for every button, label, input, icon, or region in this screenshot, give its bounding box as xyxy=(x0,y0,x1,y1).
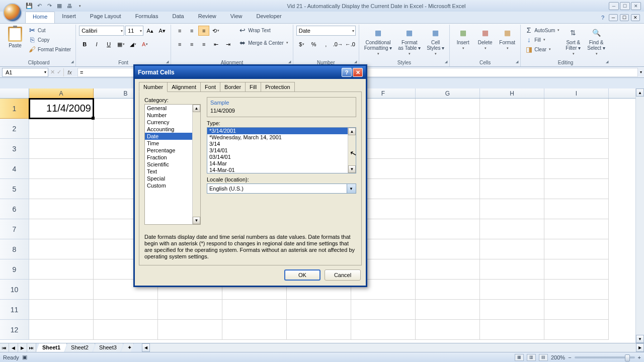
decrease-decimal-button[interactable]: ←.0 xyxy=(345,39,356,49)
cell[interactable] xyxy=(416,199,480,219)
cell[interactable] xyxy=(544,159,609,179)
align-center-button[interactable]: ≡ xyxy=(186,39,197,49)
insert-cells-button[interactable]: ▦Insert xyxy=(453,26,473,51)
zoom-out-button[interactable]: − xyxy=(568,354,571,360)
ribbon-minimize-button[interactable]: ─ xyxy=(609,14,618,21)
zoom-in-button[interactable]: + xyxy=(638,354,641,360)
help-icon[interactable]: ? xyxy=(599,14,607,22)
close-button[interactable]: ✕ xyxy=(631,2,641,10)
undo-icon[interactable]: ↶ xyxy=(35,2,43,10)
name-box[interactable]: A1 xyxy=(2,68,48,77)
qat-customize-icon[interactable] xyxy=(75,2,84,10)
type-item[interactable]: 3/14/01 xyxy=(207,147,356,154)
type-scroll-down-icon[interactable]: ▼ xyxy=(348,165,356,173)
cell[interactable] xyxy=(480,219,544,239)
tab-formulas[interactable]: Formulas xyxy=(128,12,166,23)
tab-page-layout[interactable]: Page Layout xyxy=(83,12,128,23)
align-bottom-button[interactable]: ≡ xyxy=(198,26,209,36)
cell[interactable] xyxy=(480,239,544,259)
zoom-level[interactable]: 200% xyxy=(551,354,565,360)
cell[interactable] xyxy=(287,320,351,340)
tab-review[interactable]: Review xyxy=(191,12,223,23)
number-format-combo[interactable]: Date xyxy=(296,26,356,36)
cell[interactable] xyxy=(29,300,94,320)
percent-button[interactable]: % xyxy=(308,39,319,49)
cell[interactable] xyxy=(480,300,544,320)
bold-button[interactable]: B xyxy=(79,39,90,49)
scroll-down-icon[interactable]: ▼ xyxy=(636,335,644,343)
row-header-1[interactable]: 1 xyxy=(0,99,29,119)
row-header-8[interactable]: 8 xyxy=(0,239,29,259)
orientation-button[interactable]: ⟲ xyxy=(210,26,221,36)
row-header-12[interactable]: 12 xyxy=(0,320,29,340)
cell[interactable] xyxy=(158,320,222,340)
category-scroll-down-icon[interactable]: ▼ xyxy=(193,217,200,224)
scroll-left-icon[interactable]: ◀ xyxy=(142,343,150,352)
tab-data[interactable]: Data xyxy=(165,12,191,23)
cell[interactable] xyxy=(351,300,416,320)
cell[interactable] xyxy=(544,320,609,340)
cell[interactable] xyxy=(544,119,609,139)
new-sheet-button[interactable]: ✦ xyxy=(121,343,134,352)
align-right-button[interactable]: ≡ xyxy=(198,39,209,49)
cell[interactable] xyxy=(480,119,544,139)
dialog-title-bar[interactable]: Format Cells ? ✕ xyxy=(135,66,366,79)
ribbon-restore-button[interactable]: ☐ xyxy=(620,14,629,21)
cell[interactable] xyxy=(94,320,158,340)
cell[interactable] xyxy=(480,159,544,179)
cell[interactable] xyxy=(29,159,94,179)
tab-developer[interactable]: Developer xyxy=(249,12,288,23)
cell[interactable] xyxy=(29,119,94,139)
wrap-text-button[interactable]: ↩Wrap Text xyxy=(237,26,290,35)
enter-formula-icon[interactable]: ✓ xyxy=(57,69,61,75)
expand-formula-bar-icon[interactable]: ▾ xyxy=(640,70,642,74)
column-header-h[interactable]: H xyxy=(480,88,544,98)
border-button[interactable]: ▦ xyxy=(115,39,126,49)
align-left-button[interactable]: ≡ xyxy=(174,39,185,49)
cell[interactable] xyxy=(480,320,544,340)
category-list[interactable]: GeneralNumberCurrencyAccountingDateTimeP… xyxy=(144,104,201,225)
cancel-formula-icon[interactable]: ✕ xyxy=(50,69,55,75)
cell[interactable] xyxy=(29,239,94,259)
type-item[interactable]: 14-Mar xyxy=(207,160,356,167)
tab-view[interactable]: View xyxy=(223,12,250,23)
cell[interactable] xyxy=(544,219,609,239)
type-item[interactable]: *Wednesday, March 14, 2001 xyxy=(207,134,356,141)
increase-indent-button[interactable]: ⇥ xyxy=(222,39,233,49)
dialog-help-button[interactable]: ? xyxy=(342,68,352,77)
maximize-button[interactable]: ☐ xyxy=(620,2,630,10)
font-size-combo[interactable]: 11 xyxy=(125,26,143,36)
tab-home[interactable]: Home xyxy=(25,12,55,23)
page-break-view-button[interactable]: ▤ xyxy=(539,354,548,361)
cell[interactable]: 11/4/2009 xyxy=(29,99,94,119)
page-layout-view-button[interactable]: ▥ xyxy=(527,354,536,361)
clear-button[interactable]: ◨Clear xyxy=(524,45,561,54)
currency-button[interactable]: $ xyxy=(296,39,307,49)
cell[interactable] xyxy=(29,259,94,280)
cell[interactable] xyxy=(544,199,609,219)
vertical-scrollbar[interactable]: ▲ ▼ xyxy=(635,88,644,343)
row-header-3[interactable]: 3 xyxy=(0,139,29,159)
type-item[interactable]: 3/14 xyxy=(207,141,356,147)
sort-filter-button[interactable]: ⇅Sort &Filter ▾ xyxy=(563,26,583,57)
cell[interactable] xyxy=(544,139,609,159)
row-header-7[interactable]: 7 xyxy=(0,219,29,239)
cell[interactable] xyxy=(29,199,94,219)
type-item[interactable]: *3/14/2001 xyxy=(207,128,356,134)
decrease-indent-button[interactable]: ⇤ xyxy=(210,39,221,49)
find-select-button[interactable]: 🔍Find &Select ▾ xyxy=(585,26,607,57)
type-list[interactable]: *3/14/2001*Wednesday, March 14, 20013/14… xyxy=(207,127,356,173)
cell[interactable] xyxy=(480,139,544,159)
cell[interactable] xyxy=(416,239,480,259)
column-header-i[interactable]: I xyxy=(544,88,609,98)
cell[interactable] xyxy=(480,199,544,219)
dialog-tab-alignment[interactable]: Alignment xyxy=(167,82,201,92)
format-table-button[interactable]: ▦Formatas Table ▾ xyxy=(396,26,423,57)
cell[interactable] xyxy=(29,280,94,300)
office-button[interactable] xyxy=(3,3,22,22)
cell[interactable] xyxy=(480,179,544,199)
dialog-tab-number[interactable]: Number xyxy=(139,82,168,92)
type-scroll-up-icon[interactable]: ▲ xyxy=(348,128,356,135)
cell[interactable] xyxy=(29,320,94,340)
save-icon[interactable]: 💾 xyxy=(25,2,33,10)
